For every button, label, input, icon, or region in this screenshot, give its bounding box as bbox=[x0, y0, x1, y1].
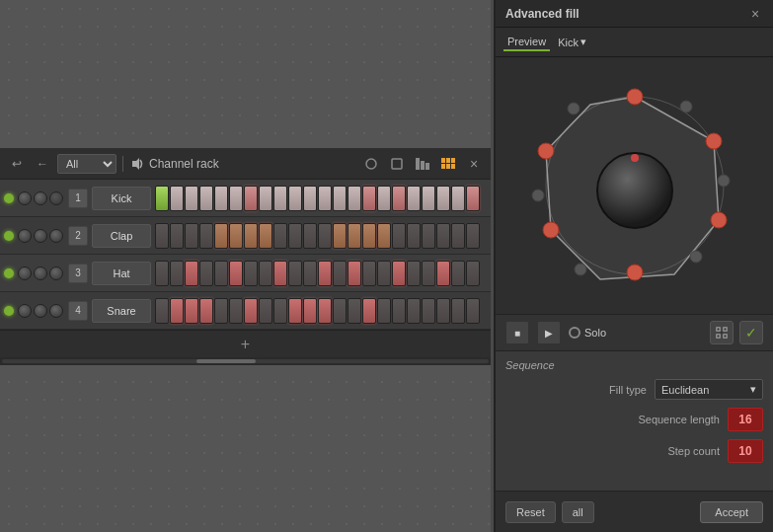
beat-btn[interactable] bbox=[436, 298, 450, 324]
beat-btn[interactable] bbox=[407, 223, 421, 249]
reset-button[interactable]: Reset bbox=[505, 501, 556, 523]
beat-btn[interactable] bbox=[273, 223, 287, 249]
beat-btn[interactable] bbox=[318, 186, 332, 211]
beat-btn[interactable] bbox=[318, 261, 332, 286]
channel-mute-btn[interactable] bbox=[49, 229, 63, 243]
beat-btn[interactable] bbox=[244, 223, 258, 249]
beat-btn[interactable] bbox=[229, 261, 243, 286]
beat-btn[interactable] bbox=[229, 298, 243, 324]
channel-pan-knob[interactable] bbox=[34, 191, 47, 205]
beat-btn[interactable] bbox=[348, 186, 361, 211]
seq-length-value[interactable]: 16 bbox=[728, 408, 763, 431]
beat-btn[interactable] bbox=[407, 186, 421, 211]
beat-btn[interactable] bbox=[214, 261, 228, 286]
beat-btn[interactable] bbox=[288, 298, 302, 324]
beat-btn[interactable] bbox=[288, 261, 302, 286]
beat-btn[interactable] bbox=[273, 298, 287, 324]
beat-btn[interactable] bbox=[288, 186, 302, 211]
beat-btn[interactable] bbox=[244, 261, 258, 286]
channel-name-kick[interactable]: Kick bbox=[92, 187, 151, 210]
beat-btn[interactable] bbox=[303, 298, 317, 324]
tab-kick-dropdown[interactable]: Kick ▾ bbox=[558, 36, 586, 48]
beat-btn[interactable] bbox=[362, 186, 376, 211]
beat-btn[interactable] bbox=[362, 223, 376, 249]
beat-btn[interactable] bbox=[422, 186, 435, 211]
channel-name-hat[interactable]: Hat bbox=[92, 262, 151, 285]
beat-btn[interactable] bbox=[214, 186, 228, 211]
beat-btn[interactable] bbox=[377, 261, 391, 286]
beat-btn[interactable] bbox=[348, 261, 361, 286]
accept-small-button[interactable]: ✓ bbox=[739, 321, 763, 344]
play-button[interactable]: ▶ bbox=[537, 321, 561, 344]
beat-btn[interactable] bbox=[273, 186, 287, 211]
beat-btn[interactable] bbox=[451, 261, 465, 286]
beat-btn[interactable] bbox=[348, 298, 361, 324]
beat-btn[interactable] bbox=[229, 186, 243, 211]
channel-volume-knob[interactable] bbox=[18, 229, 32, 243]
beat-btn[interactable] bbox=[407, 298, 421, 324]
record-active-btn[interactable] bbox=[386, 153, 408, 175]
close-rack-button[interactable]: × bbox=[463, 153, 485, 175]
channel-mute-btn[interactable] bbox=[49, 191, 63, 205]
beat-btn[interactable] bbox=[155, 223, 169, 249]
random-button[interactable] bbox=[710, 321, 734, 344]
beat-btn[interactable] bbox=[273, 261, 287, 286]
bars-icon-btn[interactable] bbox=[412, 153, 433, 175]
beat-btn[interactable] bbox=[451, 186, 465, 211]
beat-btn[interactable] bbox=[185, 261, 198, 286]
channel-name-snare[interactable]: Snare bbox=[92, 299, 151, 323]
beat-btn[interactable] bbox=[303, 186, 317, 211]
beat-btn[interactable] bbox=[318, 298, 332, 324]
beat-btn[interactable] bbox=[185, 298, 198, 324]
scrollbar-thumb[interactable] bbox=[196, 359, 256, 363]
beat-btn[interactable] bbox=[333, 261, 347, 286]
beat-btn[interactable] bbox=[422, 298, 435, 324]
channel-led[interactable] bbox=[4, 306, 14, 316]
beat-btn[interactable] bbox=[170, 223, 184, 249]
beat-btn[interactable] bbox=[466, 298, 480, 324]
beat-btn[interactable] bbox=[318, 223, 332, 249]
grid-icon-btn[interactable] bbox=[437, 153, 459, 175]
beat-btn[interactable] bbox=[377, 298, 391, 324]
beat-btn[interactable] bbox=[244, 186, 258, 211]
beat-btn[interactable] bbox=[303, 261, 317, 286]
beat-btn[interactable] bbox=[333, 223, 347, 249]
beat-btn[interactable] bbox=[259, 261, 272, 286]
channel-volume-knob[interactable] bbox=[18, 304, 32, 318]
beat-btn[interactable] bbox=[348, 223, 361, 249]
beat-btn[interactable] bbox=[333, 186, 347, 211]
channel-name-clap[interactable]: Clap bbox=[92, 224, 151, 248]
beat-btn[interactable] bbox=[377, 223, 391, 249]
beat-btn[interactable] bbox=[407, 261, 421, 286]
beat-btn[interactable] bbox=[185, 186, 198, 211]
beat-btn[interactable] bbox=[436, 223, 450, 249]
beat-btn[interactable] bbox=[362, 261, 376, 286]
beat-btn[interactable] bbox=[436, 261, 450, 286]
channel-mute-btn[interactable] bbox=[49, 304, 63, 318]
fill-type-dropdown[interactable]: Euclidean ▾ bbox=[655, 379, 763, 400]
beat-btn[interactable] bbox=[377, 186, 391, 211]
beat-btn[interactable] bbox=[333, 298, 347, 324]
beat-btn[interactable] bbox=[185, 223, 198, 249]
panel-close-button[interactable]: × bbox=[747, 6, 763, 22]
beat-btn[interactable] bbox=[199, 186, 213, 211]
beat-btn[interactable] bbox=[229, 223, 243, 249]
channel-pan-knob[interactable] bbox=[34, 304, 47, 318]
record-btn[interactable] bbox=[360, 153, 382, 175]
beat-btn[interactable] bbox=[466, 261, 480, 286]
beat-btn[interactable] bbox=[155, 186, 169, 211]
beat-btn[interactable] bbox=[422, 223, 435, 249]
channel-led[interactable] bbox=[4, 193, 14, 203]
beat-btn[interactable] bbox=[244, 298, 258, 324]
beat-btn[interactable] bbox=[155, 261, 169, 286]
all-button[interactable]: all bbox=[562, 501, 594, 523]
beat-btn[interactable] bbox=[451, 223, 465, 249]
beat-btn[interactable] bbox=[259, 223, 272, 249]
channel-pan-knob[interactable] bbox=[34, 229, 47, 243]
beat-btn[interactable] bbox=[392, 223, 406, 249]
beat-btn[interactable] bbox=[392, 186, 406, 211]
accept-button[interactable]: Accept bbox=[700, 501, 763, 523]
channel-pan-knob[interactable] bbox=[34, 266, 47, 280]
beat-btn[interactable] bbox=[466, 186, 480, 211]
channel-led[interactable] bbox=[4, 268, 14, 278]
